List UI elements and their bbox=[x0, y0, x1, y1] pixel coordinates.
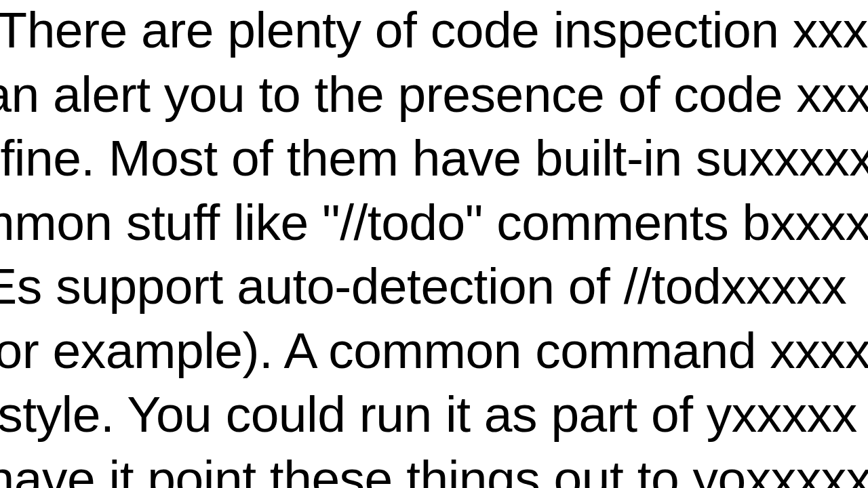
document-text: xxxxx: There are plenty of code inspecti… bbox=[0, 0, 868, 488]
